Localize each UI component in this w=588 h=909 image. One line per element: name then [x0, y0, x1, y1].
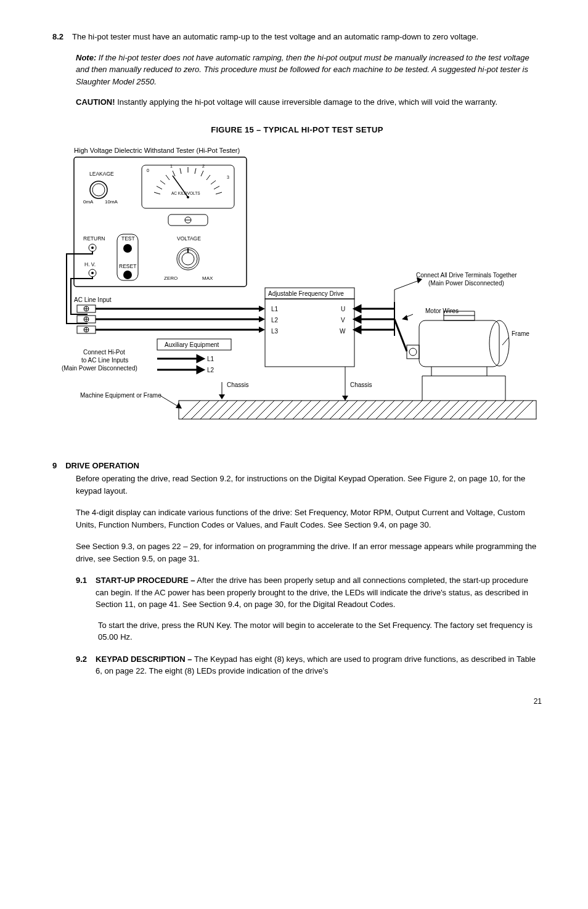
svg-line-63: [210, 401, 228, 419]
svg-point-24: [123, 244, 132, 253]
machine-frame-label: Machine Equipment or Frame: [80, 392, 161, 399]
sec91-line: START-UP PROCEDURE – After the drive has…: [96, 574, 542, 611]
svg-line-89: [450, 401, 468, 419]
svg-line-87: [431, 401, 450, 419]
svg-line-11: [201, 171, 203, 176]
sec9-p3: See Section 9.3, on pages 22 – 29, for i…: [76, 540, 542, 565]
ac-kv: AC KILOVOLTS: [171, 191, 200, 195]
svg-line-72: [293, 401, 311, 419]
svg-line-62: [200, 401, 219, 419]
svg-rect-115: [444, 316, 475, 320]
sec91-num: 9.1: [76, 574, 87, 611]
caution-label: CAUTION!: [76, 97, 115, 107]
sec9-p2: The 4-digit display can indicate various…: [76, 507, 542, 531]
max-label: MAX: [202, 275, 213, 281]
aux-l2: L2: [207, 367, 214, 373]
svg-line-76: [330, 401, 348, 419]
aux-l1: L1: [207, 356, 214, 362]
svg-line-81: [376, 401, 394, 419]
drive-l3: L3: [271, 328, 279, 335]
svg-line-57: [160, 396, 179, 407]
reset-label: RESET: [119, 263, 136, 269]
svg-rect-111: [419, 320, 499, 367]
aux-label: Auxiliary Equipment: [165, 341, 219, 348]
conn-hi-1: Connect Hi-Pot: [83, 349, 125, 356]
sec82-body: The hi-pot tester must have an automatic…: [72, 31, 478, 43]
svg-line-93: [487, 401, 505, 419]
sec91-p2: To start the drive, press the RUN Key. T…: [98, 619, 542, 643]
svg-line-124: [394, 319, 407, 351]
aux-chassis: Chassis: [227, 381, 249, 388]
sec9-num: 9: [52, 460, 57, 472]
svg-line-73: [302, 401, 321, 419]
svg-marker-104: [354, 327, 361, 333]
svg-line-66: [237, 401, 256, 419]
drive-w: W: [340, 328, 346, 335]
svg-marker-127: [342, 396, 348, 401]
svg-line-88: [441, 401, 459, 419]
zero-ma: 0mA: [83, 199, 94, 205]
svg-line-68: [256, 401, 274, 419]
svg-line-65: [228, 401, 247, 419]
svg-line-71: [284, 401, 302, 419]
drive-u: U: [341, 306, 345, 312]
ac-line-connectors: [77, 305, 96, 333]
svg-line-14: [214, 186, 219, 189]
drive-l1: L1: [271, 306, 279, 312]
svg-line-15: [216, 192, 222, 194]
section-8-2: 8.2 The hi-pot tester must have an autom…: [52, 31, 542, 108]
figure-title: FIGURE 15 – TYPICAL HI-POT TEST SETUP: [52, 124, 542, 136]
page-number: 21: [52, 696, 542, 707]
conn-all-1: Connect All Drive Terminals Together: [416, 272, 517, 279]
svg-line-96: [515, 401, 533, 419]
svg-marker-102: [354, 306, 361, 312]
test-label: TEST: [121, 235, 135, 242]
sec92-title: KEYPAD DESCRIPTION –: [96, 654, 192, 664]
conn-all-2: (Main Power Disconnected): [428, 280, 504, 287]
svg-line-84: [404, 401, 422, 419]
conn-hi-3: (Main Power Disconnected): [62, 365, 137, 372]
d3: 3: [227, 175, 229, 179]
svg-point-17: [187, 196, 189, 198]
svg-line-92: [478, 401, 496, 419]
voltage-label: VOLTAGE: [177, 235, 201, 242]
frame-label: Frame: [512, 330, 529, 337]
svg-point-1: [92, 184, 105, 196]
svg-line-61: [191, 401, 210, 419]
svg-point-27: [91, 272, 94, 274]
svg-marker-56: [219, 394, 225, 399]
drive-chassis: Chassis: [350, 381, 372, 388]
svg-line-60: [182, 401, 200, 419]
svg-line-12: [206, 175, 210, 180]
sec9-title: DRIVE OPERATION: [65, 460, 139, 472]
svg-line-6: [166, 175, 169, 180]
hipot-diagram: High Voltage Dielectric Withstand Tester…: [37, 142, 542, 438]
ac-line-label: AC Line Input: [74, 296, 112, 303]
ten-ma: 10mA: [105, 199, 118, 205]
return-label: RETURN: [83, 235, 105, 242]
svg-line-75: [321, 401, 339, 419]
svg-line-85: [413, 401, 431, 419]
svg-marker-110: [402, 315, 408, 320]
sec92-line: KEYPAD DESCRIPTION – The Keypad has eigh…: [96, 653, 542, 677]
note-label: Note:: [76, 53, 96, 62]
svg-line-5: [160, 181, 165, 184]
afd-label: Adjustable Frequency Drive: [268, 290, 344, 297]
hv-label: H. V.: [84, 261, 96, 267]
d1: 1: [170, 164, 173, 168]
svg-marker-47: [259, 306, 265, 312]
svg-line-91: [468, 401, 487, 419]
svg-line-125: [502, 338, 508, 345]
sec92-num: 9.2: [76, 653, 87, 677]
svg-line-74: [311, 401, 330, 419]
section-9: 9 DRIVE OPERATION Before operating the d…: [52, 460, 542, 677]
svg-line-69: [265, 401, 284, 419]
svg-line-95: [505, 401, 524, 419]
note-body: If the hi-pot tester does not have autom…: [76, 53, 529, 86]
svg-point-114: [409, 348, 417, 356]
sec82-caution: CAUTION! Instantly applying the hi-pot v…: [76, 96, 542, 108]
svg-line-67: [247, 401, 265, 419]
svg-line-107: [394, 280, 419, 290]
svg-line-78: [348, 401, 367, 419]
svg-marker-54: [197, 367, 203, 373]
